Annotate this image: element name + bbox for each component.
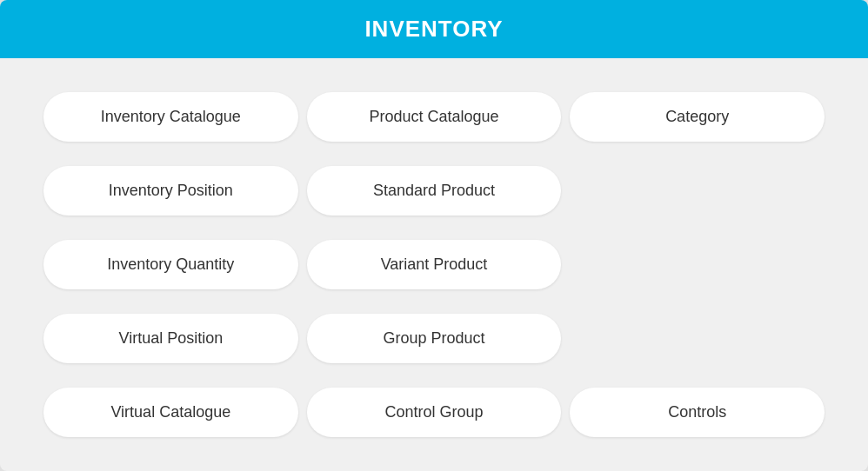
header: INVENTORY bbox=[0, 0, 868, 58]
inventory-quantity-button[interactable]: Inventory Quantity bbox=[43, 240, 298, 289]
page-title: INVENTORY bbox=[364, 16, 503, 42]
inventory-position-button[interactable]: Inventory Position bbox=[43, 166, 298, 216]
product-catalogue-button[interactable]: Product Catalogue bbox=[307, 92, 562, 142]
main-container: INVENTORY Inventory Catalogue Product Ca… bbox=[0, 0, 868, 471]
variant-product-button[interactable]: Variant Product bbox=[307, 240, 562, 289]
virtual-catalogue-button[interactable]: Virtual Catalogue bbox=[43, 388, 298, 437]
virtual-position-button[interactable]: Virtual Position bbox=[43, 314, 298, 363]
group-product-button[interactable]: Group Product bbox=[307, 314, 562, 363]
content-grid: Inventory Catalogue Product Catalogue Ca… bbox=[0, 58, 868, 471]
control-group-button[interactable]: Control Group bbox=[307, 388, 562, 437]
controls-button[interactable]: Controls bbox=[570, 388, 825, 437]
inventory-catalogue-button[interactable]: Inventory Catalogue bbox=[43, 92, 298, 142]
standard-product-button[interactable]: Standard Product bbox=[307, 166, 562, 216]
category-button[interactable]: Category bbox=[570, 92, 825, 142]
